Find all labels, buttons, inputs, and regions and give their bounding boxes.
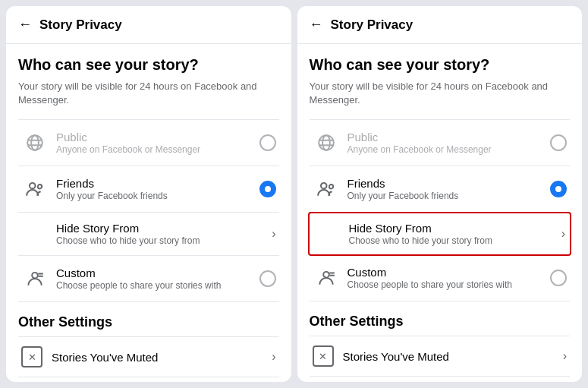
radio-button-custom[interactable] xyxy=(550,270,567,286)
globe-icon xyxy=(313,129,340,156)
friends-icon xyxy=(21,175,49,203)
option-text: Hide Story From Choose who to hide your … xyxy=(56,222,272,246)
screens-container: ← Story Privacy Who can see your story? … xyxy=(0,0,588,388)
option-text: Hide Story From Choose who to hide your … xyxy=(349,222,561,246)
options-list: Public Anyone on Facebook or Messenger F… xyxy=(18,119,279,302)
svg-point-6 xyxy=(32,273,38,279)
settings-item-muted[interactable]: ✕ Stories You've Muted › xyxy=(18,336,279,377)
option-label: Friends xyxy=(347,177,551,190)
globe-icon xyxy=(21,129,49,156)
option-desc: Choose who to hide your story from xyxy=(56,235,272,246)
option-hide[interactable]: Hide Story From Choose who to hide your … xyxy=(18,213,279,256)
svg-point-10 xyxy=(322,136,330,151)
option-text: Friends Only your Facebook friends xyxy=(347,177,551,201)
section-title: Who can see your story? xyxy=(18,56,279,74)
radio-button-public[interactable] xyxy=(259,134,276,151)
settings-item-muted[interactable]: ✕ Stories You've Muted › xyxy=(310,336,571,377)
muted-label: Stories You've Muted xyxy=(343,350,563,363)
option-text: Friends Only your Facebook friends xyxy=(56,177,259,201)
option-label: Public xyxy=(56,131,259,144)
svg-point-1 xyxy=(31,136,39,151)
option-desc: Anyone on Facebook or Messenger xyxy=(347,144,551,155)
back-button[interactable]: ← xyxy=(310,17,323,33)
svg-point-14 xyxy=(329,185,332,188)
muted-icon: ✕ xyxy=(313,345,334,367)
other-settings-title: Other Settings xyxy=(310,314,571,330)
option-text: Custom Choose people to share your stori… xyxy=(347,266,551,290)
option-label: Custom xyxy=(56,267,259,279)
option-text: Public Anyone on Facebook or Messenger xyxy=(347,131,551,155)
option-desc: Choose people to share your stories with xyxy=(347,279,551,290)
header: ← Story Privacy xyxy=(6,6,291,44)
option-label: Hide Story From xyxy=(56,222,272,235)
custom-icon xyxy=(21,265,49,292)
muted-option-label: Stories You've Muted xyxy=(52,351,272,364)
option-label: Custom xyxy=(347,266,551,279)
option-label: Public xyxy=(347,131,551,144)
option-custom[interactable]: Custom Choose people to share your stori… xyxy=(310,255,571,301)
option-desc: Choose who to hide your story from xyxy=(349,235,561,246)
option-label: Hide Story From xyxy=(349,222,561,235)
svg-point-5 xyxy=(38,185,42,188)
option-custom[interactable]: Custom Choose people to share your stori… xyxy=(18,256,279,302)
section-subtitle: Your story will be visible for 24 hours … xyxy=(18,80,279,107)
svg-point-4 xyxy=(30,183,36,189)
option-label: Friends xyxy=(56,177,259,190)
friends-icon xyxy=(313,175,340,203)
content-area: Who can see your story? Your story will … xyxy=(297,44,583,382)
option-friends[interactable]: Friends Only your Facebook friends xyxy=(18,166,279,213)
header-title: Story Privacy xyxy=(331,17,413,33)
option-desc: Only your Facebook friends xyxy=(56,191,259,201)
svg-point-15 xyxy=(323,272,329,278)
screen-left: ← Story Privacy Who can see your story? … xyxy=(6,6,291,382)
option-hide[interactable]: Hide Story From Choose who to hide your … xyxy=(308,212,572,256)
option-public[interactable]: Public Anyone on Facebook or Messenger xyxy=(18,120,279,166)
muted-chevron-icon: › xyxy=(563,349,567,363)
section-subtitle: Your story will be visible for 24 hours … xyxy=(310,80,571,107)
chevron-icon: › xyxy=(272,227,275,241)
chevron-icon: › xyxy=(561,227,565,241)
option-text: Public Anyone on Facebook or Messenger xyxy=(56,131,259,155)
muted-icon: ✕ xyxy=(21,346,42,367)
option-public[interactable]: Public Anyone on Facebook or Messenger xyxy=(310,120,571,166)
other-settings: Other Settings ✕ Stories You've Muted › xyxy=(310,314,571,377)
radio-button-friends[interactable] xyxy=(550,181,567,197)
radio-button-custom[interactable] xyxy=(259,270,276,287)
option-friends[interactable]: Friends Only your Facebook friends xyxy=(310,166,571,213)
options-list: Public Anyone on Facebook or Messenger F… xyxy=(310,119,571,301)
svg-point-0 xyxy=(27,136,42,151)
radio-button-public[interactable] xyxy=(550,134,567,151)
muted-label: Stories You've Muted xyxy=(52,351,272,364)
other-settings-title: Other Settings xyxy=(18,314,279,330)
radio-button-friends[interactable] xyxy=(259,181,276,197)
svg-point-9 xyxy=(319,136,334,151)
header-title: Story Privacy xyxy=(39,17,122,33)
option-text: Custom Choose people to share your stori… xyxy=(56,267,259,291)
svg-point-13 xyxy=(320,183,326,189)
option-desc: Anyone on Facebook or Messenger xyxy=(56,144,259,155)
content-area: Who can see your story? Your story will … xyxy=(6,44,291,382)
back-button[interactable]: ← xyxy=(18,17,32,33)
section-title: Who can see your story? xyxy=(310,56,571,74)
other-settings: Other Settings ✕ Stories You've Muted › xyxy=(18,314,279,377)
muted-chevron-icon: › xyxy=(272,350,275,364)
header: ← Story Privacy xyxy=(297,6,583,44)
option-desc: Only your Facebook friends xyxy=(347,191,551,201)
screen-right: ← Story Privacy Who can see your story? … xyxy=(297,6,583,382)
custom-icon xyxy=(313,264,340,292)
option-desc: Choose people to share your stories with xyxy=(56,280,259,291)
muted-option-label: Stories You've Muted xyxy=(343,350,563,363)
